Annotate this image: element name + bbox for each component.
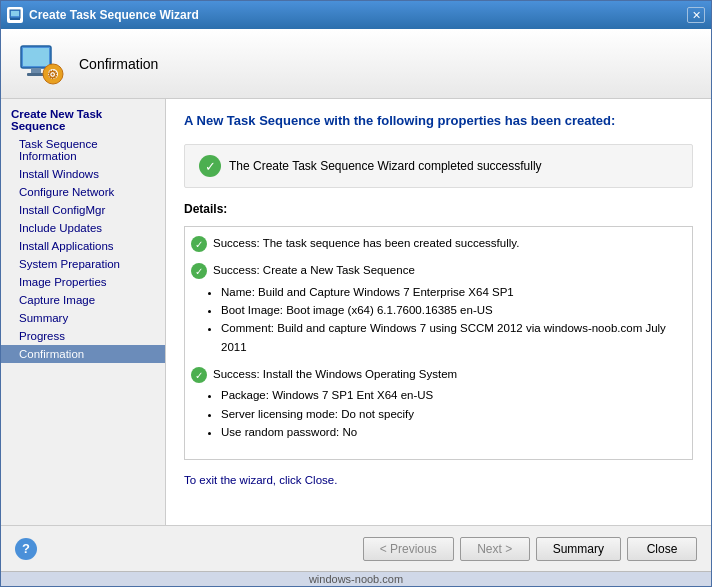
detail-header-text: Success: Install the Windows Operating S… [213, 366, 457, 383]
sidebar-items-container: Task Sequence InformationInstall Windows… [1, 135, 165, 363]
success-row: ✓ The Create Task Sequence Wizard comple… [184, 144, 693, 188]
header-icon: ⚙ [17, 40, 65, 88]
footer: ? < Previous Next > Summary Close [1, 525, 711, 571]
sidebar-item-confirmation[interactable]: Confirmation [1, 345, 165, 363]
detail-bullet-item: Comment: Build and capture Windows 7 usi… [221, 319, 684, 356]
detail-check-icon: ✓ [191, 263, 207, 279]
sidebar: Create New Task Sequence Task Sequence I… [1, 99, 166, 525]
detail-bullet-item: Use random password: No [221, 423, 684, 441]
detail-entries-container: ✓Success: The task sequence has been cre… [191, 235, 684, 441]
content-title: A New Task Sequence with the following p… [184, 113, 693, 128]
watermark-bar: windows-noob.com [1, 571, 711, 586]
footer-buttons: < Previous Next > Summary Close [363, 537, 697, 561]
detail-entry-header: ✓Success: The task sequence has been cre… [191, 235, 684, 252]
sidebar-item-install-configmgr[interactable]: Install ConfigMgr [1, 201, 165, 219]
detail-entry: ✓Success: Create a New Task SequenceName… [191, 262, 684, 356]
success-check-icon: ✓ [199, 155, 221, 177]
help-button[interactable]: ? [15, 538, 37, 560]
sidebar-item-install-applications[interactable]: Install Applications [1, 237, 165, 255]
window-close-button[interactable]: ✕ [687, 7, 705, 23]
header-panel: ⚙ Confirmation [1, 29, 711, 99]
header-title: Confirmation [79, 56, 158, 72]
detail-header-text: Success: Create a New Task Sequence [213, 262, 415, 279]
detail-bullet-item: Name: Build and Capture Windows 7 Enterp… [221, 283, 684, 301]
sidebar-item-configure-network[interactable]: Configure Network [1, 183, 165, 201]
detail-bullets: Name: Build and Capture Windows 7 Enterp… [221, 283, 684, 357]
close-button[interactable]: Close [627, 537, 697, 561]
watermark-text: windows-noob.com [309, 573, 403, 585]
detail-header-text: Success: The task sequence has been crea… [213, 235, 519, 252]
details-label: Details: [184, 202, 693, 216]
details-box[interactable]: ✓Success: The task sequence has been cre… [184, 226, 693, 460]
detail-entry: ✓Success: Install the Windows Operating … [191, 366, 684, 441]
detail-entry-header: ✓Success: Create a New Task Sequence [191, 262, 684, 279]
previous-button[interactable]: < Previous [363, 537, 454, 561]
wizard-window: Create Task Sequence Wizard ✕ ⚙ Confirma… [0, 0, 712, 587]
summary-button[interactable]: Summary [536, 537, 621, 561]
footer-left: ? [15, 538, 37, 560]
detail-entry-header: ✓Success: Install the Windows Operating … [191, 366, 684, 383]
svg-rect-1 [11, 11, 19, 16]
sidebar-item-include-updates[interactable]: Include Updates [1, 219, 165, 237]
svg-rect-2 [10, 18, 20, 20]
sidebar-item-install-windows[interactable]: Install Windows [1, 165, 165, 183]
sidebar-item-summary[interactable]: Summary [1, 309, 165, 327]
detail-bullet-item: Package: Windows 7 SP1 Ent X64 en-US [221, 386, 684, 404]
window-icon [7, 7, 23, 23]
window-title: Create Task Sequence Wizard [29, 8, 199, 22]
detail-check-icon: ✓ [191, 236, 207, 252]
detail-entry: ✓Success: The task sequence has been cre… [191, 235, 684, 252]
sidebar-section[interactable]: Create New Task Sequence [1, 105, 165, 135]
svg-rect-4 [23, 48, 49, 66]
svg-rect-5 [31, 68, 41, 73]
success-message: The Create Task Sequence Wizard complete… [229, 159, 542, 173]
sidebar-item-progress[interactable]: Progress [1, 327, 165, 345]
sidebar-item-system-preparation[interactable]: System Preparation [1, 255, 165, 273]
main-content: Create New Task Sequence Task Sequence I… [1, 99, 711, 525]
next-button[interactable]: Next > [460, 537, 530, 561]
detail-check-icon: ✓ [191, 367, 207, 383]
title-bar-left: Create Task Sequence Wizard [7, 7, 199, 23]
detail-bullet-item: Boot Image: Boot image (x64) 6.1.7600.16… [221, 301, 684, 319]
sidebar-item-capture-image[interactable]: Capture Image [1, 291, 165, 309]
sidebar-item-task-sequence-information[interactable]: Task Sequence Information [1, 135, 165, 165]
sidebar-item-image-properties[interactable]: Image Properties [1, 273, 165, 291]
exit-note: To exit the wizard, click Close. [184, 474, 693, 486]
title-bar: Create Task Sequence Wizard ✕ [1, 1, 711, 29]
svg-rect-6 [27, 73, 45, 76]
content-area: A New Task Sequence with the following p… [166, 99, 711, 525]
svg-text:⚙: ⚙ [47, 68, 58, 82]
detail-bullet-item: Server licensing mode: Do not specify [221, 405, 684, 423]
detail-bullets: Package: Windows 7 SP1 Ent X64 en-USServ… [221, 386, 684, 441]
